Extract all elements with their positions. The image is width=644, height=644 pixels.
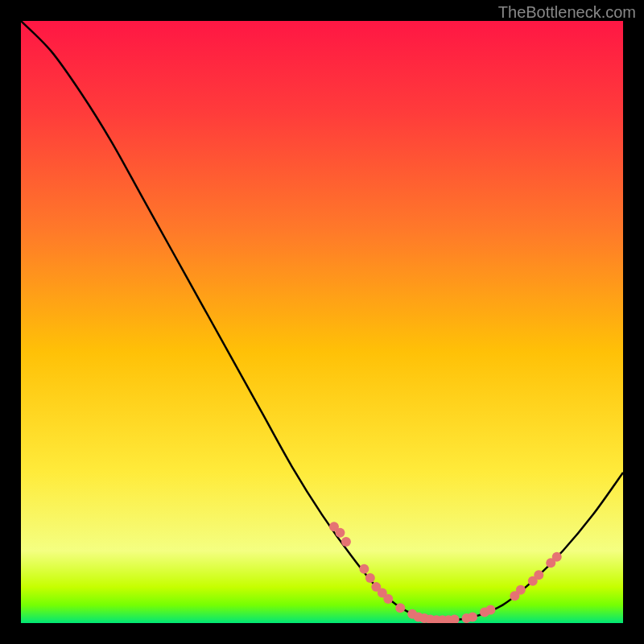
data-point	[485, 605, 495, 615]
data-point	[516, 585, 526, 595]
data-point	[383, 594, 393, 604]
data-point	[359, 564, 369, 574]
watermark-text: TheBottleneck.com	[498, 3, 636, 22]
data-point	[395, 603, 405, 613]
data-point	[365, 573, 375, 583]
data-point	[335, 528, 345, 538]
data-point	[468, 613, 477, 622]
plot-area	[21, 21, 623, 623]
data-point	[534, 570, 543, 580]
chart-svg	[21, 21, 623, 623]
chart-container: TheBottleneck.com	[0, 0, 644, 644]
data-point	[341, 537, 351, 547]
data-point	[552, 552, 562, 562]
gradient-background	[21, 21, 623, 623]
